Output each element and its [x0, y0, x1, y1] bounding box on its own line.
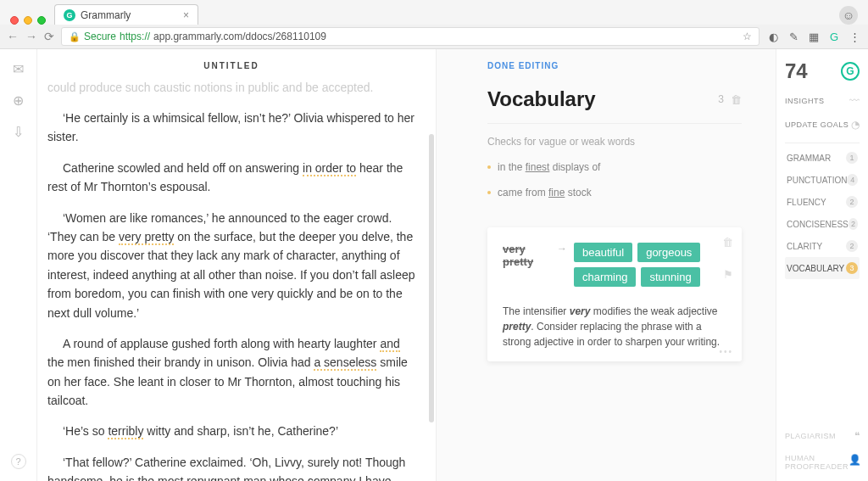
label: UPDATE GOALS — [785, 120, 849, 129]
issue-highlight[interactable]: very pretty — [119, 230, 174, 245]
trash-icon[interactable]: 🗑 — [731, 93, 742, 106]
issue-item[interactable]: came from fine stock — [487, 187, 742, 199]
dismiss-icon[interactable]: 🗑 — [722, 236, 733, 249]
ext-icon[interactable]: ◐ — [766, 31, 780, 43]
paragraph[interactable]: ‘That fellow?’ Catherine exclaimed. ‘Oh,… — [47, 453, 415, 481]
url-rest: app.grammarly.com/ddocs/268110109 — [153, 31, 326, 42]
flag-icon[interactable]: ⚑ — [723, 268, 733, 281]
label: PLAGIARISM — [785, 432, 836, 440]
text: displays of — [549, 161, 600, 173]
count-badge: 3 — [846, 262, 858, 274]
app: ✉ ⊕ ⇩ ? UNTITLED could produce such caus… — [0, 49, 868, 481]
tab-close-icon[interactable]: × — [183, 9, 189, 21]
paragraph[interactable]: ‘Women are like romances,’ he announced … — [47, 209, 415, 322]
window-close[interactable] — [10, 16, 19, 25]
label: CONCISENESS — [787, 220, 849, 229]
count-badge: 2 — [846, 196, 858, 208]
scrollbar[interactable] — [429, 134, 434, 422]
issue-item[interactable]: in the finest displays of — [487, 161, 742, 173]
issue-highlight[interactable]: terribly — [108, 424, 143, 439]
arrow-right-icon: → — [557, 243, 567, 254]
issue-highlight[interactable]: and — [380, 337, 399, 352]
ext-icon[interactable]: G — [827, 31, 841, 43]
paragraph[interactable]: ‘He’s so terribly witty and sharp, isn’t… — [47, 422, 415, 440]
nav-forward-icon[interactable]: → — [25, 30, 37, 43]
text: The intensifier — [503, 305, 570, 317]
text: pretty — [503, 321, 531, 333]
text: in the — [498, 161, 526, 173]
paragraph[interactable]: ‘He certainly is a whimsical fellow, isn… — [47, 109, 415, 147]
category-fluency[interactable]: FLUENCY 2 — [785, 191, 860, 213]
issue-highlight[interactable]: in order to — [303, 161, 356, 176]
more-dots-icon[interactable]: ••• — [719, 347, 733, 356]
favicon-icon: G — [64, 9, 75, 21]
text: witty and sharp, isn’t he, Catherine?’ — [143, 424, 338, 438]
document-title[interactable]: UNTITLED — [47, 61, 415, 70]
person-icon: 👤 — [849, 454, 862, 466]
insights-icon: 〰 — [849, 95, 860, 107]
suggestion-chips: beautiful gorgeous charming stunning — [574, 243, 726, 287]
insights-link[interactable]: INSIGHTS 〰 — [785, 95, 860, 107]
card-top: very pretty → beautiful gorgeous charmin… — [503, 243, 726, 287]
text: . Consider replacing the phrase with a s… — [503, 321, 720, 348]
text: stock — [565, 187, 591, 199]
done-editing-button[interactable]: DONE EDITING — [487, 61, 742, 70]
suggestions-panel: DONE EDITING Vocabulary 3 🗑 Checks for v… — [436, 49, 776, 481]
label: VOCABULARY — [787, 264, 844, 273]
nav-reload-icon[interactable]: ⟳ — [44, 30, 54, 43]
text: the men finished their brandy in unison.… — [47, 355, 314, 369]
label: PUNCTUATION — [787, 176, 847, 185]
paragraph[interactable]: A round of applause gushed forth along w… — [47, 334, 415, 411]
text: very — [570, 305, 591, 317]
suggestion-chip[interactable]: beautiful — [574, 243, 632, 262]
address-row: ← → ⟳ 🔒 Secure https://app.grammarly.com… — [0, 25, 868, 48]
panel-title: Vocabulary — [487, 87, 596, 111]
right-rail: 74 G INSIGHTS 〰 UPDATE GOALS ◔ GRAMMAR 1… — [776, 49, 868, 481]
browser-chrome: G Grammarly × ☺ ← → ⟳ 🔒 Secure https://a… — [0, 0, 868, 49]
count-badge: 1 — [846, 152, 858, 164]
human-proofreader-link[interactable]: HUMAN PROOFREADER 👤 — [785, 454, 860, 471]
window-maximize[interactable] — [37, 16, 46, 25]
text: ‘He certainly is a whimsical fellow, isn… — [47, 111, 415, 143]
text: ‘He’s so — [63, 424, 108, 438]
nav-back-icon[interactable]: ← — [7, 30, 19, 43]
document-score: 74 — [785, 59, 808, 83]
secure-label: Secure — [84, 31, 116, 42]
address-bar[interactable]: 🔒 Secure https://app.grammarly.com/ddocs… — [61, 27, 760, 46]
panel-count: 3 — [718, 93, 724, 105]
ext-icon[interactable]: ▦ — [807, 31, 821, 43]
window-minimize[interactable] — [24, 16, 32, 25]
paragraph[interactable]: Catherine scowled and held off on answer… — [47, 159, 415, 197]
download-icon[interactable]: ⇩ — [13, 124, 24, 140]
inbox-icon[interactable]: ✉ — [13, 61, 24, 77]
update-goals-link[interactable]: UPDATE GOALS ◔ — [785, 119, 860, 131]
panel-subtitle: Checks for vague or weak words — [487, 123, 742, 148]
profile-avatar-icon[interactable]: ☺ — [839, 6, 858, 25]
label: HUMAN PROOFREADER — [785, 454, 849, 471]
bookmark-star-icon[interactable]: ☆ — [743, 31, 752, 42]
issue-highlight[interactable]: a senseless — [314, 355, 376, 371]
category-clarity[interactable]: CLARITY 2 — [785, 235, 860, 257]
count-badge: 2 — [849, 218, 858, 230]
label: FLUENCY — [787, 198, 826, 207]
browser-tab[interactable]: G Grammarly × — [54, 4, 198, 25]
category-grammar[interactable]: GRAMMAR 1 — [785, 147, 860, 169]
score-row: 74 G — [785, 59, 860, 83]
suggestion-chip[interactable]: gorgeous — [637, 243, 700, 262]
grammarly-badge-icon[interactable]: G — [841, 62, 860, 81]
kebab-menu-icon[interactable]: ⋮ — [848, 31, 861, 43]
add-icon[interactable]: ⊕ — [13, 92, 24, 109]
ext-icon[interactable]: ✎ — [787, 31, 800, 43]
category-vocabulary[interactable]: VOCABULARY 3 — [785, 257, 860, 279]
label: GRAMMAR — [787, 154, 831, 163]
lock-icon: 🔒 — [69, 31, 81, 42]
help-icon[interactable]: ? — [11, 454, 26, 469]
editor-pane[interactable]: UNTITLED could produce such caustic noti… — [37, 49, 436, 481]
category-conciseness[interactable]: CONCISENESS 2 — [785, 213, 860, 235]
category-punctuation[interactable]: PUNCTUATION 4 — [785, 169, 860, 191]
suggestion-chip[interactable]: charming — [574, 267, 636, 287]
suggestion-chip[interactable]: stunning — [641, 267, 699, 287]
extensions: ◐ ✎ ▦ G ⋮ — [766, 31, 861, 43]
left-rail: ✉ ⊕ ⇩ ? — [0, 49, 37, 481]
plagiarism-link[interactable]: PLAGIARISM ❝ — [785, 430, 860, 442]
